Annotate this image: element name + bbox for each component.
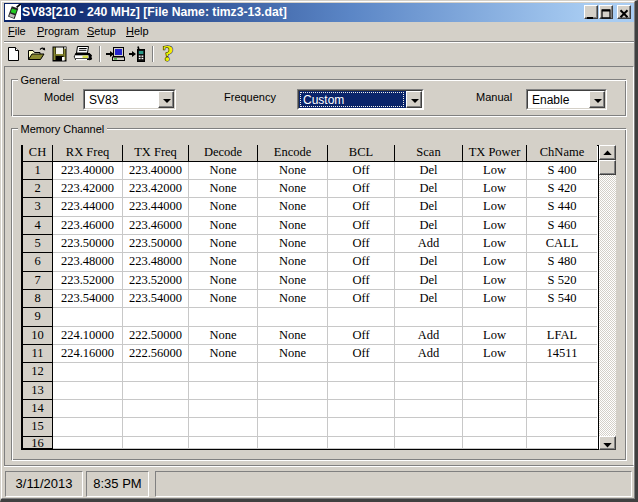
svg-text:?: ?	[162, 44, 174, 65]
